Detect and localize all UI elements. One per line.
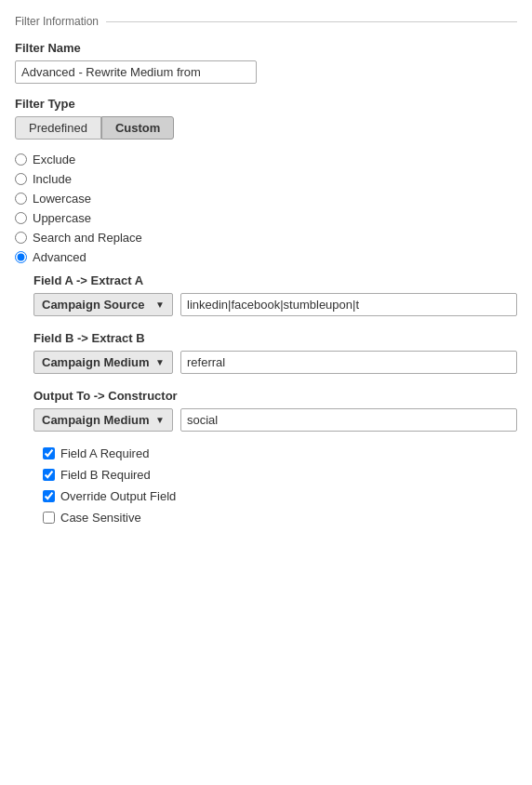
- filter-type-button-group: Predefined Custom: [15, 116, 517, 140]
- predefined-tab[interactable]: Predefined: [15, 116, 101, 140]
- output-to-group: Output To -> Constructor Campaign Medium…: [33, 389, 517, 432]
- filter-type-group: Filter Type Predefined Custom: [15, 97, 517, 140]
- field-b-input[interactable]: [180, 351, 517, 374]
- field-a-input[interactable]: [180, 293, 517, 316]
- radio-advanced[interactable]: Advanced: [15, 250, 517, 264]
- checkbox-field-a-required[interactable]: Field A Required: [43, 446, 517, 460]
- advanced-section: Field A -> Extract A Campaign Source ▼ F…: [33, 273, 517, 525]
- field-b-group: Field B -> Extract B Campaign Medium ▼: [33, 331, 517, 374]
- field-a-label: Field A -> Extract A: [33, 273, 517, 287]
- output-to-input[interactable]: [180, 408, 517, 432]
- output-to-dropdown-arrow: ▼: [155, 415, 165, 425]
- radio-search-replace[interactable]: Search and Replace: [15, 231, 517, 245]
- output-to-dropdown[interactable]: Campaign Medium ▼: [33, 408, 173, 432]
- section-title: Filter Information: [15, 15, 517, 28]
- radio-exclude[interactable]: Exclude: [15, 153, 517, 166]
- radio-lowercase[interactable]: Lowercase: [15, 192, 517, 206]
- checkbox-override-output[interactable]: Override Output Field: [43, 489, 517, 503]
- output-to-label: Output To -> Constructor: [33, 389, 517, 403]
- checkbox-field-b-required[interactable]: Field B Required: [43, 468, 517, 482]
- checkbox-group: Field A Required Field B Required Overri…: [43, 446, 517, 525]
- filter-name-label: Filter Name: [15, 41, 517, 55]
- field-b-row: Campaign Medium ▼: [33, 351, 517, 374]
- radio-include[interactable]: Include: [15, 172, 517, 186]
- radio-uppercase[interactable]: Uppercase: [15, 211, 517, 225]
- field-a-dropdown[interactable]: Campaign Source ▼: [33, 293, 173, 316]
- field-a-group: Field A -> Extract A Campaign Source ▼: [33, 273, 517, 316]
- field-a-dropdown-arrow: ▼: [155, 299, 165, 310]
- output-to-row: Campaign Medium ▼: [33, 408, 517, 432]
- field-b-label: Field B -> Extract B: [33, 331, 517, 345]
- custom-tab[interactable]: Custom: [101, 116, 174, 140]
- filter-name-group: Filter Name: [15, 41, 517, 84]
- field-b-dropdown-arrow: ▼: [155, 357, 165, 367]
- filter-radio-group: Exclude Include Lowercase Uppercase Sear…: [15, 153, 517, 264]
- field-b-dropdown[interactable]: Campaign Medium ▼: [33, 351, 173, 374]
- section-title-text: Filter Information: [15, 15, 99, 28]
- field-a-row: Campaign Source ▼: [33, 293, 517, 316]
- filter-type-label: Filter Type: [15, 97, 517, 111]
- filter-name-input[interactable]: [15, 60, 257, 84]
- checkbox-case-sensitive[interactable]: Case Sensitive: [43, 511, 517, 525]
